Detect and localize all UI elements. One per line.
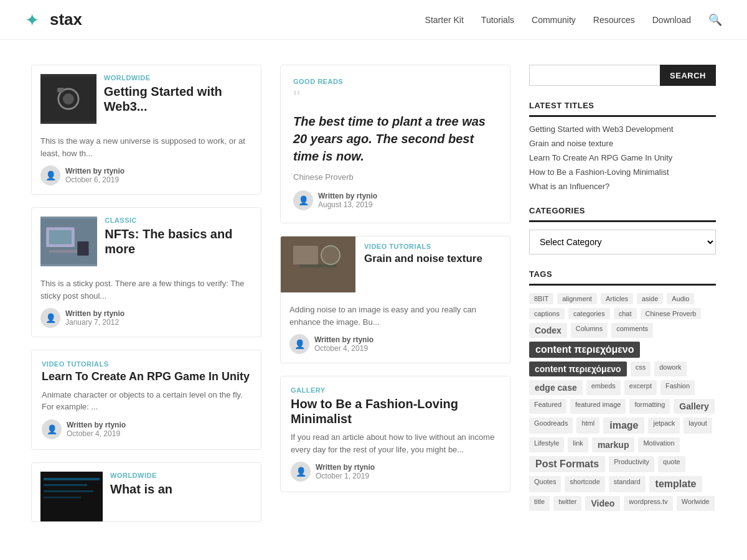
quote-mark-icon: " xyxy=(293,88,497,108)
tag-item[interactable]: layout xyxy=(684,418,712,434)
search-input[interactable] xyxy=(529,65,660,86)
tag-item[interactable]: Featured xyxy=(529,399,566,414)
tag-item[interactable]: Video xyxy=(585,496,620,511)
tag-item[interactable]: dowork xyxy=(654,362,686,376)
latest-title-3[interactable]: How to Be a Fashion-Loving Minimalist xyxy=(529,167,716,177)
latest-title-0[interactable]: Getting Started with Web3 Development xyxy=(529,124,716,134)
tag-item[interactable]: shortcode xyxy=(565,476,604,492)
tag-item[interactable]: Audio xyxy=(667,293,694,304)
latest-title-2[interactable]: Learn To Create An RPG Game In Unity xyxy=(529,153,716,162)
card-web3-title[interactable]: Getting Started with Web3... xyxy=(104,84,252,114)
tag-item[interactable]: Goodreads xyxy=(529,418,573,434)
tag-item[interactable]: css xyxy=(631,362,651,376)
tag-item[interactable]: aside xyxy=(637,293,663,304)
tag-item[interactable]: title xyxy=(529,496,550,511)
card-quote-category: GOOD READS xyxy=(293,78,497,85)
tag-item[interactable]: quote xyxy=(658,456,685,472)
latest-title-1[interactable]: Grain and noise texture xyxy=(529,139,716,148)
tag-item[interactable]: Codex xyxy=(529,323,567,338)
tag-item[interactable]: Lifestyle xyxy=(529,437,564,452)
nav-community[interactable]: Community xyxy=(532,15,576,25)
card-web3-excerpt: This is the way a new universe is suppos… xyxy=(40,135,252,159)
tag-item[interactable]: template xyxy=(649,476,703,492)
card-rpg: VIDEO TUTORIALS Learn To Create An RPG G… xyxy=(31,350,261,450)
svg-rect-7 xyxy=(49,230,72,245)
svg-rect-9 xyxy=(77,241,88,256)
svg-rect-11 xyxy=(44,478,100,480)
svg-rect-12 xyxy=(44,484,87,486)
svg-point-3 xyxy=(63,93,74,105)
tag-item[interactable]: Gallery xyxy=(674,399,714,414)
tags-section: TAGS 8BITalignmentArticlesasideAudiocapt… xyxy=(529,269,716,511)
tag-item[interactable]: html xyxy=(576,418,599,434)
card-nfts-image xyxy=(40,217,97,266)
category-select[interactable]: Select CategoryClassicGalleryGood ReadsV… xyxy=(529,230,716,254)
tag-item[interactable]: markup xyxy=(592,437,635,452)
card-nfts-date: January 7, 2012 xyxy=(65,318,125,327)
card-rpg-title[interactable]: Learn To Create An RPG Game In Unity xyxy=(42,370,251,384)
card-fashion-date: October 1, 2019 xyxy=(316,472,375,480)
tag-item[interactable]: Quotes xyxy=(529,476,561,492)
tag-item[interactable]: wordpress.tv xyxy=(624,496,672,511)
card-fashion-title[interactable]: How to Be a Fashion-Loving Minimalist xyxy=(291,396,500,426)
tag-item[interactable]: captions xyxy=(529,308,565,319)
card-web3-header: WORLDWIDE Getting Started with Web3... xyxy=(32,65,261,124)
tag-item[interactable]: chat xyxy=(614,308,637,319)
tag-item[interactable]: twitter xyxy=(553,496,581,511)
header-search-button[interactable]: 🔍 xyxy=(708,13,722,27)
tag-item[interactable]: link xyxy=(568,437,588,452)
tag-item[interactable]: image xyxy=(603,418,644,434)
tag-item[interactable]: comments xyxy=(611,323,653,338)
tag-item[interactable]: Post Formats xyxy=(529,456,605,472)
quote-source: Chinese Proverb xyxy=(293,172,497,182)
logo-icon: ✦ xyxy=(25,9,47,31)
nav-tutorials[interactable]: Tutorials xyxy=(481,15,514,25)
tag-item[interactable]: featured image xyxy=(570,399,626,414)
tag-item[interactable]: Articles xyxy=(601,293,633,304)
tag-item[interactable]: jetpack xyxy=(648,418,680,434)
card-quote-avatar: 👤 xyxy=(293,190,313,210)
card-rpg-date: October 4, 2019 xyxy=(67,429,126,438)
tags-cloud: 8BITalignmentArticlesasideAudiocaptionsc… xyxy=(529,293,716,511)
logo: ✦ stax xyxy=(25,9,82,31)
card-rpg-category: VIDEO TUTORIALS xyxy=(42,360,251,368)
tag-item[interactable]: Fashion xyxy=(660,380,695,395)
tag-item[interactable]: excerpt xyxy=(624,380,657,395)
tag-item[interactable]: Motivation xyxy=(638,437,679,452)
card-web3: WORLDWIDE Getting Started with Web3... T… xyxy=(31,65,261,195)
card-grain-top: VIDEO TUTORIALS Grain and noise texture xyxy=(281,236,510,292)
card-nfts-title[interactable]: NFTs: The basics and more xyxy=(105,226,252,256)
tag-item[interactable]: standard xyxy=(609,476,646,492)
card-grain-author: Written by rtynio xyxy=(314,335,374,344)
tag-item[interactable]: edge case xyxy=(529,380,583,395)
card-fashion-excerpt: If you read an article about how to live… xyxy=(291,431,500,455)
card-nfts-meta: 👤 Written by rtynio January 7, 2012 xyxy=(40,308,252,328)
tag-item[interactable]: content περιεχόμενο xyxy=(529,362,627,376)
tag-item[interactable]: Worlwide xyxy=(677,496,715,511)
card-influencer-title[interactable]: What is an xyxy=(110,482,172,497)
latest-titles-list: Getting Started with Web3 Development Gr… xyxy=(529,124,716,191)
tag-item[interactable]: alignment xyxy=(557,293,597,304)
latest-title-4[interactable]: What is an Influencer? xyxy=(529,182,716,191)
card-grain-title[interactable]: Grain and noise texture xyxy=(364,253,482,265)
card-quote: GOOD READS " The best time to plant a tr… xyxy=(280,65,510,223)
svg-rect-16 xyxy=(293,246,318,264)
nav-resources[interactable]: Resources xyxy=(593,15,635,25)
nav-download[interactable]: Download xyxy=(652,15,691,25)
search-button[interactable]: SEARCH xyxy=(660,65,716,86)
tag-item[interactable]: embeds xyxy=(586,380,621,395)
tag-item[interactable]: Columns xyxy=(571,323,608,338)
tag-item[interactable]: Chinese Proverb xyxy=(641,308,702,319)
svg-rect-4 xyxy=(57,88,64,92)
tag-item[interactable]: formatting xyxy=(629,399,670,414)
card-grain: VIDEO TUTORIALS Grain and noise texture … xyxy=(280,236,510,363)
card-web3-meta: 👤 Written by rtynio October 6, 2019 xyxy=(40,166,252,185)
tag-item[interactable]: Productivity xyxy=(609,456,654,472)
tag-item[interactable]: 8BIT xyxy=(529,293,553,304)
tag-item[interactable]: content περιεχόμενο xyxy=(529,342,640,358)
tag-item[interactable]: categories xyxy=(568,308,610,319)
quote-text: The best time to plant a tree was 20 yea… xyxy=(293,113,497,165)
nav-starter-kit[interactable]: Starter Kit xyxy=(425,15,464,25)
card-rpg-avatar: 👤 xyxy=(42,419,62,439)
card-grain-category: VIDEO TUTORIALS xyxy=(364,243,482,250)
